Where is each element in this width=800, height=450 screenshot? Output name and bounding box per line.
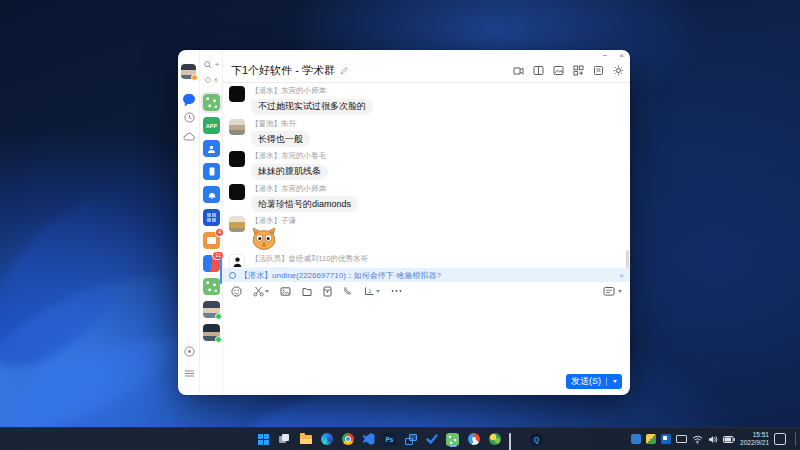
remote-desktop-button[interactable] [508, 431, 523, 447]
q-app-button[interactable]: Q [529, 431, 544, 447]
messages-tab[interactable] [178, 94, 200, 104]
cloud-icon [183, 132, 195, 141]
clock-date: 2022/9/21 [740, 439, 769, 446]
battery-icon[interactable] [723, 436, 735, 443]
input-indicator-icon[interactable] [676, 435, 687, 443]
chat-item-app[interactable]: APP [203, 117, 220, 134]
more-button[interactable] [391, 289, 402, 293]
mail-icon [207, 237, 216, 244]
message-bubble[interactable]: 妹妹的腹肌线条 [251, 164, 328, 180]
avatar[interactable] [181, 64, 196, 79]
avatar[interactable] [229, 119, 245, 135]
show-desktop-button[interactable] [795, 432, 796, 446]
chat-item-docs[interactable]: 21 [203, 255, 220, 272]
screen-share-icon[interactable] [513, 65, 524, 76]
chat-item-friend2[interactable] [203, 324, 220, 341]
chat-list-scrollbar[interactable] [220, 258, 222, 284]
qq-chat-window: − × + [178, 50, 630, 395]
avatar[interactable] [229, 216, 245, 232]
task-view-button[interactable] [277, 431, 292, 447]
send-button[interactable]: 发送(S) [566, 374, 622, 389]
window-stack-button[interactable] [403, 431, 418, 447]
sender-name: 【潜水】东营的小师弟 [251, 184, 358, 193]
cloud-tab[interactable] [178, 132, 200, 141]
screen-record-button[interactable]: 1 [364, 286, 380, 296]
system-tray: 15:51 2022/9/21 [631, 428, 796, 450]
wifi-icon[interactable] [692, 435, 703, 444]
qq-taskbar-button[interactable] [445, 431, 460, 447]
chat-item-phone[interactable] [203, 163, 220, 180]
message: 【潜水】子谦 [229, 216, 624, 250]
message: 【潜水】东营的小师弟 给薯珍惜号的diamonds [229, 184, 624, 213]
sender-name: 【潜水】东莞的小卷毛 [251, 151, 328, 160]
mention-bar[interactable]: 【潜水】undine(2226697710)：如何会停下·啥急模拟器? × [223, 268, 630, 282]
tray-app-blue-icon[interactable] [631, 434, 641, 444]
chat-item-group-selected[interactable] [203, 94, 220, 111]
chat-title: 下1个好软件 - 学术群 [231, 63, 335, 78]
edit-title-icon[interactable] [340, 67, 348, 75]
menu-button[interactable] [178, 370, 200, 377]
vscode-button[interactable] [361, 431, 376, 447]
message-bubble[interactable]: 给薯珍惜号的diamonds [251, 196, 358, 212]
phone-icon [209, 167, 215, 176]
chat-history-button[interactable] [603, 286, 622, 297]
chat-header: 下1个好软件 - 学术群 [223, 50, 630, 83]
speaker-icon[interactable] [708, 435, 718, 444]
safety-icon [184, 346, 195, 357]
more-dots-icon [391, 289, 402, 293]
browser360-button[interactable] [466, 431, 481, 447]
apps-grid-icon[interactable] [573, 65, 584, 76]
avatar[interactable] [229, 254, 245, 268]
message-bubble[interactable]: 长得也一般 [251, 131, 310, 147]
notification-icon[interactable] [774, 433, 786, 445]
cat-sticker[interactable] [251, 227, 277, 250]
people-icon [207, 145, 216, 153]
earth-icon [489, 433, 501, 445]
windows-logo-icon [258, 434, 269, 445]
chat-item-friend1[interactable] [203, 301, 220, 318]
chrome-button[interactable] [340, 431, 355, 447]
taskbar-clock[interactable]: 15:51 2022/9/21 [740, 431, 769, 448]
safety-button[interactable] [178, 346, 200, 357]
photoshop-button[interactable]: Ps [382, 431, 397, 447]
folder-icon [302, 286, 312, 297]
clock-icon [184, 112, 195, 123]
multi-panel-icon[interactable] [533, 65, 544, 76]
search-icon[interactable] [204, 61, 212, 69]
file-button[interactable] [302, 286, 312, 297]
minimize-button[interactable]: − [603, 51, 608, 61]
emoji-icon [231, 286, 242, 297]
chat-item-mail[interactable]: 4 [203, 232, 220, 249]
add-chat-button[interactable]: + [215, 60, 220, 69]
avatar[interactable] [229, 151, 245, 167]
image-button[interactable] [280, 286, 291, 297]
image-gallery-icon[interactable] [553, 65, 564, 76]
file-explorer-button[interactable] [298, 431, 313, 447]
tray-app-green-icon[interactable] [646, 434, 656, 444]
start-button[interactable] [256, 431, 271, 447]
settings-icon[interactable] [613, 65, 624, 76]
red-packet-button[interactable] [323, 286, 332, 297]
check-app-button[interactable] [424, 431, 439, 447]
chat-item-bell[interactable] [203, 186, 220, 203]
q-app-icon: Q [530, 433, 543, 446]
screenshot-button[interactable] [253, 286, 269, 297]
close-button[interactable]: × [619, 51, 624, 61]
mention-close-icon[interactable]: × [619, 271, 624, 280]
message-list[interactable]: 【潜水】东营的小师弟 不过她现实试过很多次脸的 【冒泡】朱升 长得也一般 【潜水… [223, 82, 630, 268]
vscode-icon [363, 433, 375, 445]
tray-app-photos-icon[interactable] [661, 434, 671, 444]
edge-button[interactable] [319, 431, 334, 447]
moments-tab[interactable] [178, 112, 200, 123]
earth-app-button[interactable] [487, 431, 502, 447]
chat-item-group2[interactable] [203, 278, 220, 295]
message-bubble[interactable]: 不过她现实试过很多次脸的 [251, 99, 373, 115]
task-view-icon [279, 434, 290, 444]
announcement-icon[interactable] [593, 65, 604, 76]
chat-item-windows[interactable] [203, 209, 220, 226]
avatar[interactable] [229, 86, 245, 102]
emoji-button[interactable] [231, 286, 242, 297]
chat-item-contacts[interactable] [203, 140, 220, 157]
voice-button[interactable] [343, 286, 353, 297]
avatar[interactable] [229, 184, 245, 200]
